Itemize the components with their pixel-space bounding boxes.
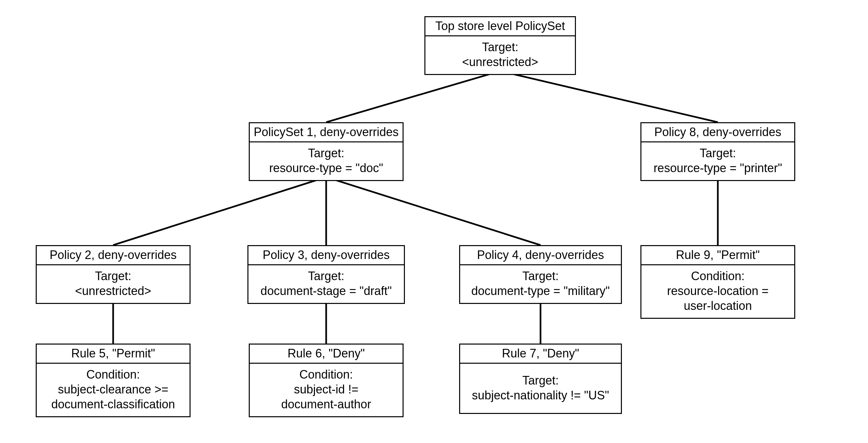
node-body-line: subject-id != xyxy=(252,382,400,397)
edge xyxy=(500,71,718,122)
node-body-line: Condition: xyxy=(252,367,400,382)
node-title: Policy 3, deny-overrides xyxy=(248,246,404,265)
node-policy-8: Policy 8, deny-overrides Target: resourc… xyxy=(641,122,795,181)
node-body-line: Target: xyxy=(428,40,572,55)
node-title: Top store level PolicySet xyxy=(425,17,575,36)
node-body: Condition: subject-clearance >= document… xyxy=(37,364,190,416)
node-body-line: <unrestricted> xyxy=(428,55,572,69)
node-policy-4: Policy 4, deny-overrides Target: documen… xyxy=(459,245,622,304)
node-title: Policy 4, deny-overrides xyxy=(460,246,621,265)
node-body-line: user-location xyxy=(644,298,792,313)
node-rule-5: Rule 5, "Permit" Condition: subject-clea… xyxy=(36,344,190,417)
node-body-line: document-type = "military" xyxy=(463,283,618,298)
node-body-line: document-author xyxy=(252,397,400,412)
node-body-line: resource-type = "printer" xyxy=(644,161,792,175)
node-title: Rule 9, "Permit" xyxy=(642,246,794,265)
node-body-line: Condition: xyxy=(39,367,187,382)
node-body-line: Target: xyxy=(39,269,187,283)
node-title: Rule 7, "Deny" xyxy=(460,345,621,364)
node-body-line: Target: xyxy=(463,269,618,283)
node-body-line: Target: xyxy=(644,146,792,161)
node-title: Policy 2, deny-overrides xyxy=(37,246,190,265)
node-top-policyset: Top store level PolicySet Target: <unres… xyxy=(425,16,576,75)
node-body: Condition: subject-id != document-author xyxy=(250,364,403,416)
node-body-line: Target: xyxy=(463,373,618,388)
node-policy-3: Policy 3, deny-overrides Target: documen… xyxy=(247,245,405,304)
edge xyxy=(326,177,540,245)
node-body-line: document-stage = "draft" xyxy=(251,283,401,298)
node-title: PolicySet 1, deny-overrides xyxy=(250,123,403,142)
node-body: Condition: resource-location = user-loca… xyxy=(642,265,794,318)
node-rule-7: Rule 7, "Deny" Target: subject-nationali… xyxy=(459,344,622,414)
node-body-line: <unrestricted> xyxy=(39,283,187,298)
diagram-canvas: Top store level PolicySet Target: <unres… xyxy=(0,0,868,443)
node-policyset-1: PolicySet 1, deny-overrides Target: reso… xyxy=(249,122,404,181)
node-body: Target: document-stage = "draft" xyxy=(248,265,404,303)
node-rule-9: Rule 9, "Permit" Condition: resource-loc… xyxy=(641,245,795,319)
node-body-line: subject-nationality != "US" xyxy=(463,388,618,403)
node-body: Target: <unrestricted> xyxy=(425,36,575,74)
node-body: Target: document-type = "military" xyxy=(460,265,621,303)
node-body: Target: <unrestricted> xyxy=(37,265,190,303)
node-body-line: subject-clearance >= xyxy=(39,382,187,397)
node-rule-6: Rule 6, "Deny" Condition: subject-id != … xyxy=(249,344,404,417)
node-policy-2: Policy 2, deny-overrides Target: <unrest… xyxy=(36,245,190,304)
node-body-line: document-classification xyxy=(39,397,187,412)
node-title: Rule 6, "Deny" xyxy=(250,345,403,364)
node-title: Rule 5, "Permit" xyxy=(37,345,190,364)
node-body: Target: resource-type = "doc" xyxy=(250,142,403,180)
node-body-line: Target: xyxy=(252,146,400,161)
edge xyxy=(113,177,326,245)
node-body: Target: resource-type = "printer" xyxy=(642,142,794,180)
edge xyxy=(326,71,500,122)
node-body: Target: subject-nationality != "US" xyxy=(460,364,621,413)
node-body-line: resource-type = "doc" xyxy=(252,161,400,175)
node-body-line: Target: xyxy=(251,269,401,283)
node-title: Policy 8, deny-overrides xyxy=(642,123,794,142)
node-body-line: resource-location = xyxy=(644,283,792,298)
node-body-line: Condition: xyxy=(644,269,792,283)
